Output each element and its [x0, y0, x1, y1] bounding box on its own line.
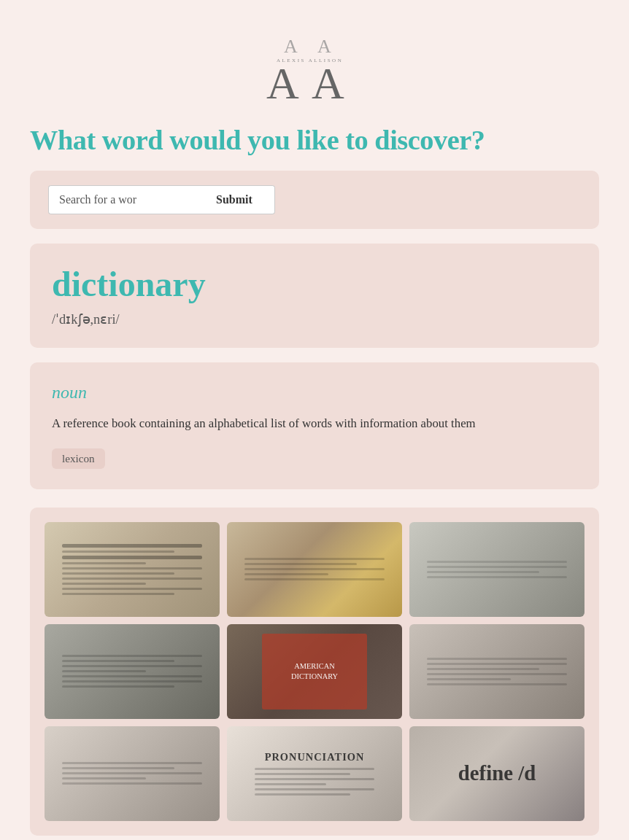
image-grid-container: AMERICANDICTIONARY: [30, 508, 599, 836]
image-cell-3: [409, 522, 584, 617]
search-input[interactable]: [48, 185, 194, 214]
image-cell-9: define /d: [409, 726, 584, 821]
submit-button[interactable]: Submit: [194, 185, 275, 214]
search-container: Submit: [30, 171, 599, 229]
image-cell-1: [45, 522, 220, 617]
definition-text: A reference book containing an alphabeti…: [52, 414, 577, 434]
image-cell-4: [45, 624, 220, 719]
image-cell-5: AMERICANDICTIONARY: [227, 624, 402, 719]
svg-text:A: A: [284, 36, 300, 57]
svg-text:A: A: [312, 58, 344, 102]
word-phonetic: /ˈdɪkʃə,nɛri/: [52, 311, 577, 327]
image-grid: AMERICANDICTIONARY: [45, 522, 584, 821]
logo-svg: A A ALEXIS ALLISON A A: [256, 22, 373, 102]
svg-text:A: A: [317, 36, 333, 57]
synonyms-list: lexicon: [52, 448, 577, 469]
image-cell-2: [227, 522, 402, 617]
synonym-tag: lexicon: [52, 448, 105, 469]
word-title: dictionary: [52, 264, 577, 304]
svg-text:A: A: [266, 58, 299, 102]
image-cell-6: [409, 624, 584, 719]
image-cell-8: PRONUNCIATION: [227, 726, 402, 821]
word-card: dictionary /ˈdɪkʃə,nɛri/: [30, 244, 599, 348]
image-cell-7: [45, 726, 220, 821]
main-heading: What word would you like to discover?: [30, 124, 599, 156]
definition-card: noun A reference book containing an alph…: [30, 362, 599, 489]
part-of-speech: noun: [52, 383, 577, 402]
logo-container: A A ALEXIS ALLISON A A: [256, 22, 373, 102]
